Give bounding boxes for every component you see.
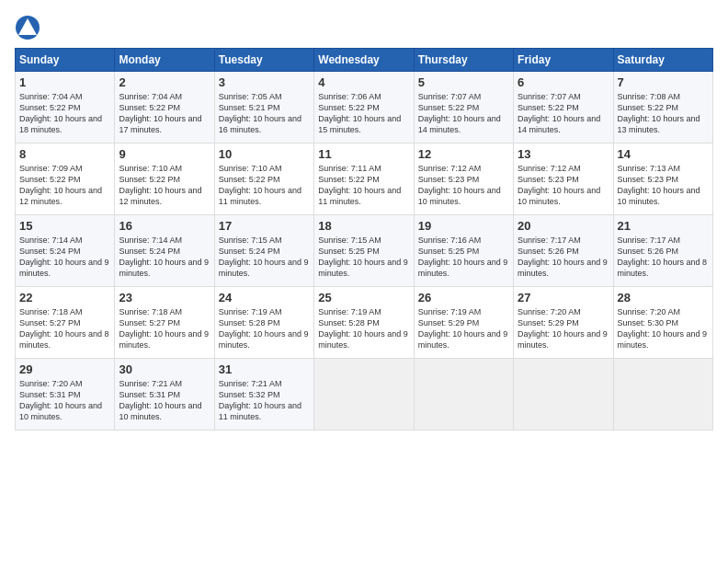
calendar-row: 15 Sunrise: 7:14 AMSunset: 5:24 PMDaylig… xyxy=(16,215,713,287)
day-number: 18 xyxy=(318,219,409,233)
day-cell: 6 Sunrise: 7:07 AMSunset: 5:22 PMDayligh… xyxy=(514,72,613,144)
day-number: 17 xyxy=(219,219,310,233)
day-cell: 4 Sunrise: 7:06 AMSunset: 5:22 PMDayligh… xyxy=(314,72,414,144)
calendar-row: 29 Sunrise: 7:20 AMSunset: 5:31 PMDaylig… xyxy=(16,359,713,431)
day-cell: 13 Sunrise: 7:12 AMSunset: 5:23 PMDaylig… xyxy=(514,144,613,215)
day-cell: 21 Sunrise: 7:17 AMSunset: 5:26 PMDaylig… xyxy=(613,215,712,287)
day-number: 9 xyxy=(119,147,210,161)
day-info: Sunrise: 7:18 AMSunset: 5:27 PMDaylight:… xyxy=(19,307,109,350)
day-number: 31 xyxy=(219,362,310,376)
day-number: 7 xyxy=(618,75,709,89)
day-number: 10 xyxy=(219,147,310,161)
day-info: Sunrise: 7:19 AMSunset: 5:29 PMDaylight:… xyxy=(418,307,508,350)
day-number: 16 xyxy=(119,219,210,233)
day-number: 23 xyxy=(119,291,210,304)
day-info: Sunrise: 7:15 AMSunset: 5:24 PMDaylight:… xyxy=(219,236,309,278)
day-cell: 24 Sunrise: 7:19 AMSunset: 5:28 PMDaylig… xyxy=(214,287,313,359)
day-number: 21 xyxy=(618,219,709,233)
day-cell: 18 Sunrise: 7:15 AMSunset: 5:25 PMDaylig… xyxy=(314,215,414,287)
day-cell: 16 Sunrise: 7:14 AMSunset: 5:24 PMDaylig… xyxy=(115,215,214,287)
col-friday: Friday xyxy=(514,49,613,72)
day-number: 28 xyxy=(618,291,709,304)
day-cell: 10 Sunrise: 7:10 AMSunset: 5:22 PMDaylig… xyxy=(214,144,313,215)
logo xyxy=(15,15,44,40)
day-number: 27 xyxy=(518,291,609,304)
day-number: 15 xyxy=(19,219,110,233)
day-info: Sunrise: 7:20 AMSunset: 5:31 PMDaylight:… xyxy=(19,379,102,421)
day-info: Sunrise: 7:20 AMSunset: 5:30 PMDaylight:… xyxy=(618,307,708,350)
day-number: 4 xyxy=(318,75,409,89)
day-number: 22 xyxy=(19,291,110,304)
empty-cell xyxy=(613,359,712,431)
empty-cell xyxy=(414,359,513,431)
day-info: Sunrise: 7:05 AMSunset: 5:21 PMDaylight:… xyxy=(219,92,301,134)
day-number: 12 xyxy=(418,147,509,161)
day-number: 30 xyxy=(119,362,210,376)
day-cell: 30 Sunrise: 7:21 AMSunset: 5:31 PMDaylig… xyxy=(115,359,214,431)
calendar-row: 8 Sunrise: 7:09 AMSunset: 5:22 PMDayligh… xyxy=(16,144,713,215)
col-thursday: Thursday xyxy=(414,49,513,72)
day-info: Sunrise: 7:07 AMSunset: 5:22 PMDaylight:… xyxy=(418,92,501,134)
day-number: 2 xyxy=(119,75,210,89)
day-cell: 5 Sunrise: 7:07 AMSunset: 5:22 PMDayligh… xyxy=(414,72,513,144)
day-info: Sunrise: 7:12 AMSunset: 5:23 PMDaylight:… xyxy=(518,164,600,206)
day-number: 14 xyxy=(618,147,709,161)
page: Sunday Monday Tuesday Wednesday Thursday… xyxy=(0,0,728,563)
day-number: 29 xyxy=(19,362,110,376)
day-cell: 22 Sunrise: 7:18 AMSunset: 5:27 PMDaylig… xyxy=(16,287,115,359)
day-number: 8 xyxy=(19,147,110,161)
day-cell: 19 Sunrise: 7:16 AMSunset: 5:25 PMDaylig… xyxy=(414,215,513,287)
day-number: 1 xyxy=(19,75,110,89)
day-number: 11 xyxy=(318,147,409,161)
logo-icon xyxy=(15,15,40,40)
day-cell: 2 Sunrise: 7:04 AMSunset: 5:22 PMDayligh… xyxy=(115,72,214,144)
day-cell: 25 Sunrise: 7:19 AMSunset: 5:28 PMDaylig… xyxy=(314,287,414,359)
day-info: Sunrise: 7:13 AMSunset: 5:23 PMDaylight:… xyxy=(618,164,700,206)
day-cell: 31 Sunrise: 7:21 AMSunset: 5:32 PMDaylig… xyxy=(214,359,313,431)
day-info: Sunrise: 7:04 AMSunset: 5:22 PMDaylight:… xyxy=(119,92,201,134)
day-info: Sunrise: 7:04 AMSunset: 5:22 PMDaylight:… xyxy=(19,92,102,134)
day-info: Sunrise: 7:09 AMSunset: 5:22 PMDaylight:… xyxy=(19,164,102,206)
day-cell: 12 Sunrise: 7:12 AMSunset: 5:23 PMDaylig… xyxy=(414,144,513,215)
day-cell: 23 Sunrise: 7:18 AMSunset: 5:27 PMDaylig… xyxy=(115,287,214,359)
day-info: Sunrise: 7:10 AMSunset: 5:22 PMDaylight:… xyxy=(219,164,301,206)
day-info: Sunrise: 7:19 AMSunset: 5:28 PMDaylight:… xyxy=(318,307,408,350)
day-info: Sunrise: 7:06 AMSunset: 5:22 PMDaylight:… xyxy=(318,92,401,134)
day-cell: 8 Sunrise: 7:09 AMSunset: 5:22 PMDayligh… xyxy=(16,144,115,215)
day-info: Sunrise: 7:18 AMSunset: 5:27 PMDaylight:… xyxy=(119,307,209,350)
day-info: Sunrise: 7:15 AMSunset: 5:25 PMDaylight:… xyxy=(318,236,408,278)
col-tuesday: Tuesday xyxy=(214,49,313,72)
day-number: 25 xyxy=(318,291,409,304)
col-monday: Monday xyxy=(115,49,214,72)
day-cell: 20 Sunrise: 7:17 AMSunset: 5:26 PMDaylig… xyxy=(514,215,613,287)
header-row: Sunday Monday Tuesday Wednesday Thursday… xyxy=(16,49,713,72)
day-info: Sunrise: 7:12 AMSunset: 5:23 PMDaylight:… xyxy=(418,164,501,206)
day-cell: 26 Sunrise: 7:19 AMSunset: 5:29 PMDaylig… xyxy=(414,287,513,359)
day-number: 24 xyxy=(219,291,310,304)
empty-cell xyxy=(314,359,414,431)
day-info: Sunrise: 7:20 AMSunset: 5:29 PMDaylight:… xyxy=(518,307,608,350)
day-cell: 1 Sunrise: 7:04 AMSunset: 5:22 PMDayligh… xyxy=(16,72,115,144)
day-info: Sunrise: 7:17 AMSunset: 5:26 PMDaylight:… xyxy=(518,236,608,278)
calendar-row: 1 Sunrise: 7:04 AMSunset: 5:22 PMDayligh… xyxy=(16,72,713,144)
day-info: Sunrise: 7:07 AMSunset: 5:22 PMDaylight:… xyxy=(518,92,600,134)
header xyxy=(15,15,713,40)
calendar-row: 22 Sunrise: 7:18 AMSunset: 5:27 PMDaylig… xyxy=(16,287,713,359)
day-cell: 15 Sunrise: 7:14 AMSunset: 5:24 PMDaylig… xyxy=(16,215,115,287)
day-info: Sunrise: 7:10 AMSunset: 5:22 PMDaylight:… xyxy=(119,164,201,206)
day-info: Sunrise: 7:21 AMSunset: 5:32 PMDaylight:… xyxy=(219,379,301,421)
day-number: 13 xyxy=(518,147,609,161)
day-cell: 7 Sunrise: 7:08 AMSunset: 5:22 PMDayligh… xyxy=(613,72,712,144)
day-number: 20 xyxy=(518,219,609,233)
day-number: 19 xyxy=(418,219,509,233)
empty-cell xyxy=(514,359,613,431)
day-cell: 28 Sunrise: 7:20 AMSunset: 5:30 PMDaylig… xyxy=(613,287,712,359)
col-wednesday: Wednesday xyxy=(314,49,414,72)
day-number: 5 xyxy=(418,75,509,89)
day-number: 6 xyxy=(518,75,609,89)
day-info: Sunrise: 7:11 AMSunset: 5:22 PMDaylight:… xyxy=(318,164,401,206)
col-sunday: Sunday xyxy=(16,49,115,72)
day-cell: 11 Sunrise: 7:11 AMSunset: 5:22 PMDaylig… xyxy=(314,144,414,215)
day-number: 26 xyxy=(418,291,509,304)
day-info: Sunrise: 7:16 AMSunset: 5:25 PMDaylight:… xyxy=(418,236,508,278)
